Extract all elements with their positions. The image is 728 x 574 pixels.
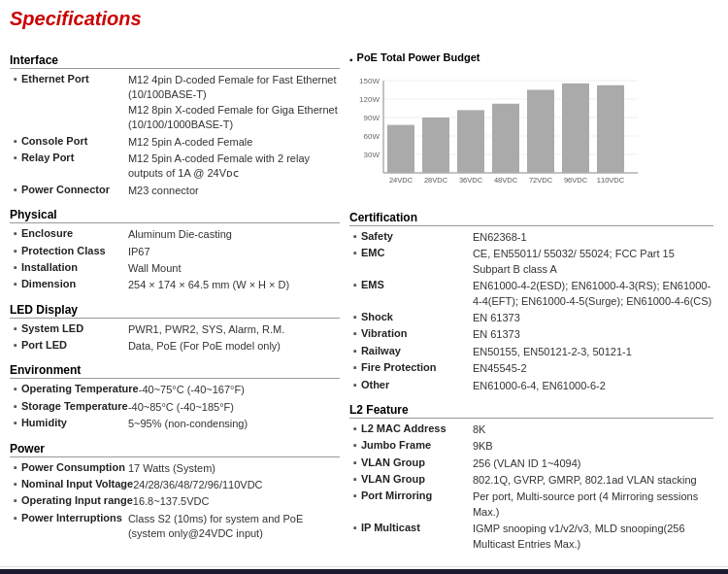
svg-text:28VDC: 28VDC (424, 176, 448, 185)
right-spec-list: ▪SafetyEN62368-1▪EMCCE, EN55011/ 55032/ … (353, 230, 713, 393)
right-spec-bullet: ▪ (353, 247, 357, 258)
right-spec-bullet: ▪ (353, 456, 357, 468)
right-spec-item: ▪ShockEN 61373 (353, 311, 713, 325)
right-spec-item: ▪EMSEN61000-4-2(ESD); EN61000-4-3(RS); E… (353, 279, 713, 309)
right-spec-label: Vibration (361, 327, 473, 339)
right-spec-bullet: ▪ (353, 379, 357, 390)
spec-label: System LED (21, 322, 128, 334)
section-title: Environment (10, 363, 340, 379)
spec-label: Operating Input range (21, 494, 133, 506)
content-area: Specifications Interface▪Ethernet PortM1… (0, 0, 728, 574)
svg-text:30W: 30W (364, 151, 381, 159)
spec-list: ▪EnclosureAluminum Die-casting▪Protectio… (14, 227, 340, 293)
right-spec-label: IP Multicast (361, 522, 473, 533)
spec-label: Humidity (21, 417, 128, 428)
svg-text:120W: 120W (359, 95, 380, 104)
right-spec-value: CE, EN55011/ 55032/ 55024; FCC Part 15 S… (473, 247, 713, 277)
right-spec-label: EMS (361, 279, 473, 290)
right-spec-value: 256 (VLAN ID 1~4094) (473, 456, 581, 471)
right-spec-bullet: ▪ (353, 279, 357, 290)
spec-item: ▪Humidity5~95% (non-condensing) (14, 417, 340, 431)
spec-item: ▪Storage Temperature-40~85°C (-40~185°F) (14, 400, 340, 415)
spec-label: Enclosure (21, 227, 128, 239)
main-content: Interface▪Ethernet PortM12 4pin D-coded … (0, 34, 728, 563)
svg-text:48VDC: 48VDC (494, 176, 518, 185)
spec-bullet: ▪ (14, 494, 17, 506)
spec-list: ▪Power Consumption17 Watts (System)▪Nomi… (14, 461, 340, 542)
page-wrapper: Specifications Interface▪Ethernet PortM1… (0, 0, 728, 574)
spec-label: Storage Temperature (21, 400, 128, 412)
right-spec-item: ▪Fire ProtectionEN45545-2 (353, 361, 713, 376)
spec-label: Power Interruptions (21, 512, 128, 523)
spec-item: ▪Protection ClassIP67 (14, 245, 340, 259)
spec-item: ▪InstallationWall Mount (14, 261, 340, 276)
spec-label: Power Connector (21, 184, 128, 195)
right-spec-label: Fire Protection (361, 361, 473, 373)
spec-list: ▪System LEDPWR1, PWR2, SYS, Alarm, R.M.▪… (14, 322, 340, 355)
section-title: Power (10, 442, 340, 457)
right-spec-label: VLAN Group (361, 456, 473, 468)
right-spec-bullet: ▪ (353, 311, 357, 322)
right-spec-value: EN61000-6-4, EN61000-6-2 (473, 379, 606, 393)
spec-item: ▪Operating Temperature-40~75°C (-40~167°… (14, 383, 340, 397)
spec-value: Class S2 (10ms) for system and PoE (syst… (128, 512, 340, 542)
right-section-title: L2 Feature (349, 403, 713, 419)
right-spec-item: ▪VibrationEN 61373 (353, 327, 713, 342)
chart-bar (527, 90, 554, 174)
chart-bar (597, 85, 624, 173)
right-spec-bullet: ▪ (353, 522, 357, 533)
spec-item: ▪Operating Input range16.8~137.5VDC (14, 494, 340, 509)
right-spec-bullet: ▪ (353, 230, 357, 242)
svg-text:24VDC: 24VDC (389, 176, 414, 185)
section-title: Interface (10, 53, 340, 69)
spec-bullet: ▪ (14, 512, 17, 523)
right-spec-value: EN62368-1 (473, 230, 527, 245)
spec-item: ▪Ethernet PortM12 4pin D-coded Female fo… (14, 73, 340, 133)
chart-bullet: ▪ (349, 54, 353, 65)
spec-bullet: ▪ (14, 417, 17, 428)
right-spec-item: ▪Port MirroringPer port, Multi-source po… (353, 490, 713, 520)
spec-bullet: ▪ (14, 478, 17, 490)
spec-label: Relay Port (21, 152, 128, 163)
right-spec-value: 802.1Q, GVRP, GMRP, 802.1ad VLAN stackin… (473, 473, 697, 488)
right-spec-value: EN61000-4-2(ESD); EN61000-4-3(RS); EN610… (473, 279, 713, 309)
spec-item: ▪Port LEDData, PoE (For PoE model only) (14, 339, 340, 354)
chart-bar (562, 84, 589, 173)
right-spec-item: ▪IP MulticastIGMP snooping v1/v2/v3, MLD… (353, 522, 713, 552)
chart-bar (422, 118, 449, 173)
section-title: LED Display (10, 303, 340, 319)
spec-bullet: ▪ (14, 400, 17, 412)
right-spec-label: VLAN Group (361, 473, 473, 485)
right-spec-item: ▪VLAN Group256 (VLAN ID 1~4094) (353, 456, 713, 471)
spec-bullet: ▪ (14, 152, 17, 163)
right-spec-bullet: ▪ (353, 361, 357, 373)
right-spec-label: Jumbo Frame (361, 439, 473, 451)
spec-bullet: ▪ (14, 339, 17, 351)
right-spec-label: EMC (361, 247, 473, 258)
section-title: Physical (10, 208, 340, 223)
right-spec-item: ▪EMCCE, EN55011/ 55032/ 55024; FCC Part … (353, 247, 713, 277)
right-spec-bullet: ▪ (353, 327, 357, 339)
right-spec-bullet: ▪ (353, 422, 357, 434)
spec-value: -40~75°C (-40~167°F) (139, 383, 245, 397)
right-spec-value: Per port, Multi-source port (4 Mirroring… (473, 490, 713, 520)
footer: ADVANTECH Industrial Ethernet Solutions (0, 569, 728, 574)
spec-value: IP67 (128, 245, 150, 259)
spec-item: ▪System LEDPWR1, PWR2, SYS, Alarm, R.M. (14, 322, 340, 337)
spec-list: ▪Operating Temperature-40~75°C (-40~167°… (14, 383, 340, 431)
right-spec-value: EN45545-2 (473, 361, 527, 376)
right-spec-label: Shock (361, 311, 473, 322)
spec-label: Power Consumption (21, 461, 128, 473)
spec-label: Operating Temperature (21, 383, 139, 394)
spec-item: ▪Dimension254 × 174 × 64.5 mm (W × H × D… (14, 278, 340, 292)
spec-label: Installation (21, 261, 128, 273)
spec-value: M12 4pin D-coded Female for Fast Etherne… (128, 73, 340, 133)
right-spec-item: ▪SafetyEN62368-1 (353, 230, 713, 245)
chart-bar (457, 110, 484, 173)
spec-bullet: ▪ (14, 322, 17, 334)
spec-value: Wall Mount (128, 261, 182, 276)
spec-value: 5~95% (non-condensing) (128, 417, 248, 431)
spec-label: Ethernet Port (21, 73, 128, 84)
right-spec-item: ▪VLAN Group802.1Q, GVRP, GMRP, 802.1ad V… (353, 473, 713, 488)
spec-value: 24/28/36/48/72/96/110VDC (133, 478, 262, 492)
